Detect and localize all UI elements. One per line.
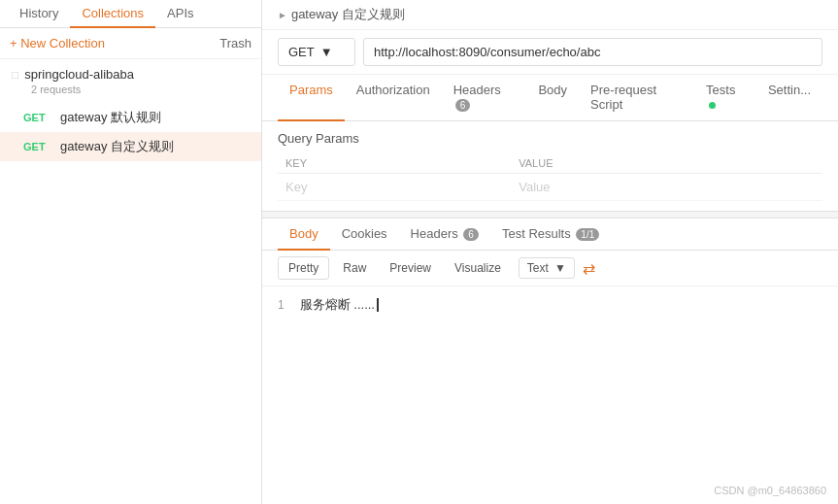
main-panel: ► gateway 自定义规则 GET ▼ Params Authorizati… <box>262 0 838 504</box>
text-format-chevron: ▼ <box>554 261 566 275</box>
text-format-select[interactable]: Text ▼ <box>519 257 575 279</box>
tab-params[interactable]: Params <box>278 75 345 121</box>
wrap-icon[interactable]: ⇄ <box>583 259 595 278</box>
response-text-1: 服务熔断 ...... <box>300 296 375 314</box>
pretty-button[interactable]: Pretty <box>278 256 329 280</box>
text-cursor <box>377 298 379 312</box>
tab-authorization[interactable]: Authorization <box>345 75 442 121</box>
params-col-key: KEY <box>278 153 511 174</box>
sidebar-tabs: History Collections APIs <box>0 0 261 28</box>
section-divider <box>262 211 838 218</box>
resp-test-label: Test Results <box>502 226 574 241</box>
breadcrumb-arrow: ► <box>278 10 287 20</box>
url-bar: GET ▼ <box>262 30 838 75</box>
method-select[interactable]: GET ▼ <box>278 38 355 66</box>
collection-name: □ springcloud-alibaba <box>12 67 250 82</box>
method-badge-get: GET <box>23 112 52 123</box>
visualize-button[interactable]: Visualize <box>445 257 511 279</box>
method-label: GET <box>288 45 315 59</box>
resp-tab-test-results[interactable]: Test Results 1/1 <box>490 218 611 251</box>
footer-watermark: CSDN @m0_64863860 <box>714 485 826 496</box>
sidebar-tab-apis[interactable]: APIs <box>155 0 205 28</box>
query-params-section: Query Params KEY VALUE Key Value <box>262 121 838 211</box>
resp-tab-headers[interactable]: Headers 6 <box>399 218 490 251</box>
breadcrumb-text: gateway 自定义规则 <box>291 6 405 23</box>
tab-prerequest[interactable]: Pre-request Script <box>579 75 694 121</box>
text-format-label: Text <box>527 261 549 275</box>
request-item-gateway-custom[interactable]: GET gateway 自定义规则 <box>0 132 261 161</box>
headers-badge: 6 <box>455 99 471 112</box>
response-line-1: 1 服务熔断 ...... <box>278 294 822 316</box>
method-badge-get-2: GET <box>23 141 52 152</box>
params-table: KEY VALUE Key Value <box>278 153 822 201</box>
resp-headers-label: Headers <box>411 226 462 241</box>
url-input[interactable] <box>363 38 822 66</box>
request-name: gateway 默认规则 <box>60 109 161 126</box>
tests-dot <box>709 102 716 109</box>
new-collection-button[interactable]: + New Collection <box>10 36 105 50</box>
trash-button[interactable]: Trash <box>219 36 251 50</box>
params-col-value: VALUE <box>511 153 822 174</box>
resp-headers-badge: 6 <box>463 228 479 241</box>
collection-springcloud-alibaba[interactable]: □ springcloud-alibaba 2 requests <box>0 59 261 103</box>
response-content: 1 服务熔断 ...... <box>262 286 838 504</box>
response-toolbar: Pretty Raw Preview Visualize Text ▼ ⇄ <box>262 251 838 286</box>
breadcrumb: ► gateway 自定义规则 <box>262 0 838 30</box>
table-row: Key Value <box>278 174 822 201</box>
collection-title: springcloud-alibaba <box>24 67 134 82</box>
response-tabs: Body Cookies Headers 6 Test Results 1/1 <box>262 218 838 251</box>
request-tabs: Params Authorization Headers 6 Body Pre-… <box>262 75 838 121</box>
tab-headers-label: Headers <box>453 83 501 97</box>
request-name-2: gateway 自定义规则 <box>60 138 174 155</box>
tab-body[interactable]: Body <box>526 75 579 121</box>
preview-button[interactable]: Preview <box>380 257 441 279</box>
raw-button[interactable]: Raw <box>333 257 376 279</box>
query-params-title: Query Params <box>278 131 822 146</box>
line-number-1: 1 <box>278 298 285 312</box>
tab-tests[interactable]: Tests <box>694 75 756 121</box>
value-input-cell[interactable]: Value <box>511 174 822 201</box>
folder-icon: □ <box>12 68 18 82</box>
tab-settings[interactable]: Settin... <box>756 75 822 121</box>
sidebar: History Collections APIs + New Collectio… <box>0 0 262 504</box>
collection-count: 2 requests <box>12 84 250 95</box>
sidebar-tab-collections[interactable]: Collections <box>70 0 155 28</box>
resp-tab-body[interactable]: Body <box>278 218 330 251</box>
resp-test-badge: 1/1 <box>576 228 599 241</box>
request-item-gateway-default[interactable]: GET gateway 默认规则 <box>0 103 261 132</box>
sidebar-toolbar: + New Collection Trash <box>0 28 261 59</box>
key-input-cell[interactable]: Key <box>278 174 511 201</box>
tab-tests-label: Tests <box>706 83 735 97</box>
method-dropdown-icon: ▼ <box>320 45 333 59</box>
tab-headers[interactable]: Headers 6 <box>442 75 527 121</box>
resp-tab-cookies[interactable]: Cookies <box>330 218 399 251</box>
sidebar-tab-history[interactable]: History <box>8 0 70 28</box>
